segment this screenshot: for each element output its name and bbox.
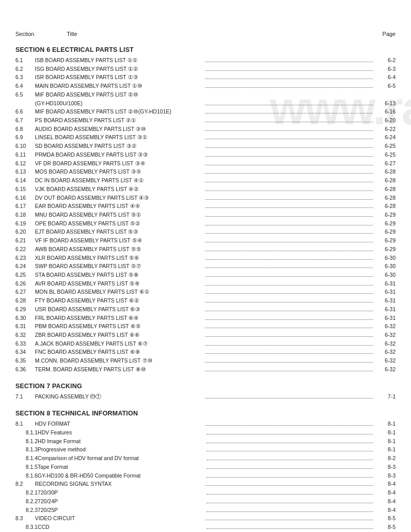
toc-entry: 7.1PACKING ASSEMBLY ⓜ①7-1 [15, 393, 396, 401]
toc-title: HD Image Format [38, 438, 204, 445]
toc-entry: 8.1.5Tape Format8-3 [15, 463, 396, 471]
toc-entry: 8.2.3720/25P8-4 [15, 506, 396, 514]
toc-page: 8-1 [375, 429, 396, 436]
toc-num: 6.27 [15, 288, 35, 296]
toc-num: 6.8 [15, 125, 35, 133]
toc-page: 6-24 [375, 134, 396, 141]
toc-page: 6-32 [375, 331, 396, 339]
toc-num: 6.28 [15, 297, 35, 305]
toc-title: FRL BOARD ASSEMBLY PARTS LIST ⑥④ [35, 314, 203, 322]
toc-page: 6-27 [375, 160, 396, 167]
toc-entry: 6.8AUDIO BOARD ASSEMBLY PARTS LIST ③⑩6-2… [15, 125, 396, 133]
toc-entry: 6.33A.JACK BOARD ASSEMBLY PARTS LIST ⑥⑦6… [15, 340, 396, 348]
toc-entry: 6.13MOS BOARD ASSEMBLY PARTS LIST ③⑤6-28 [15, 168, 396, 176]
toc-title: SD BOARD ASSEMBLY PARTS LIST ③② [35, 142, 203, 150]
toc-entry: 6.14DC IN BOARD ASSEMBLY PARTS LIST ④①6-… [15, 177, 396, 184]
toc-title: MIF BOARD ASSEMBLY PARTS LIST ②⑩(GY-HD10… [35, 108, 203, 116]
toc-title: AWB BOARD ASSEMBLY PARTS LIST ⑤⑤ [35, 245, 203, 253]
toc-dots [205, 259, 373, 260]
toc-title: EAR BOARD ASSEMBLY PARTS LIST ④④ [35, 202, 203, 210]
toc-num: 6.35 [15, 357, 35, 365]
toc-dots [205, 70, 373, 71]
header-page: Page [382, 31, 396, 37]
toc-page: 6-25 [375, 151, 396, 159]
toc-entry: 8.1.3Progressive method8-1 [15, 446, 396, 453]
toc-entry: 8.1.6GY-HD100 & BR-HD50 Compatible Forma… [15, 472, 396, 480]
toc-title: VIDEO CIRCUIT [35, 515, 203, 522]
toc-num: 8.1.5 [15, 463, 38, 471]
toc-num: 8.1.2 [15, 438, 38, 445]
toc-dots [207, 511, 373, 512]
toc-page: 6-22 [375, 125, 396, 133]
toc-entry: 8.3VIDEO CIRCUIT8-5 [15, 515, 396, 522]
toc-dots [205, 147, 373, 148]
toc-title: MAIN BOARD ASSEMBLY PARTS LIST ①⑩ [35, 82, 203, 90]
toc-title: HDV Features [38, 429, 204, 436]
toc-title: OPE BOARD ASSEMBLY PARTS LIST ⑤② [35, 220, 203, 227]
toc-num: 6.2 [15, 65, 35, 73]
toc-title: TERM. BOARD ASSEMBLY PARTS LIST ⑧⑩ [35, 366, 203, 373]
toc-num: 6.11 [15, 151, 35, 159]
toc-entry: 6.5MIF BOARD ASSEMBLY PARTS LIST ②⑩ [15, 91, 396, 99]
toc-title: (GY-HD100U/100E) [35, 100, 203, 107]
toc-entry: 6.7PS BOARD ASSEMBLY PARTS LIST ②①6-20 [15, 117, 396, 124]
toc-entry: 6.32ZBR BOARD ASSEMBLY PARTS LIST ⑥⑥6-32 [15, 331, 396, 339]
toc-page: 6-29 [375, 245, 396, 253]
section-heading-section8: SECTION 8 TECHNICAL INFORMATION [15, 410, 396, 417]
toc-dots [205, 225, 373, 225]
toc-title: VF DR BOARD ASSEMBLY PARTS LIST ③④ [35, 160, 203, 167]
toc-entry: 8.1.4Comparison of HDV format and DV for… [15, 454, 396, 462]
toc-page: 8-3 [375, 463, 396, 471]
toc-num: 6.22 [15, 245, 35, 253]
toc-title: MNU BOARD ASSEMBLY PARTS LIST ⑤① [35, 211, 203, 219]
toc-page: 6-16 [375, 108, 396, 116]
toc-dots [205, 182, 373, 182]
toc-dots [205, 268, 373, 268]
toc-dots [205, 311, 373, 311]
toc-title: AUDIO BOARD ASSEMBLY PARTS LIST ③⑩ [35, 125, 203, 133]
toc-num: 6.16 [15, 194, 35, 202]
table-header: Section Title Page [15, 31, 396, 37]
toc-page: 8-5 [375, 523, 396, 531]
toc-entry: 6.16DV OUT BOARD ASSEMBLY PARTS LIST ④③6… [15, 194, 396, 202]
toc-container: SECTION 6 ELECTRICAL PARTS LIST6.1ISB BO… [15, 46, 396, 532]
toc-entry: 6.15VJK BOARD ASSEMBLY PARTS LIST ④②6-28 [15, 185, 396, 193]
toc-dots [207, 434, 373, 434]
toc-page: 6-20 [375, 117, 396, 124]
toc-entry: 6.11PRMDA BOARD ASSEMBLY PARTS LIST ③③6-… [15, 151, 396, 159]
toc-num: 7.1 [15, 393, 35, 401]
toc-dots [205, 293, 373, 294]
toc-title: DV OUT BOARD ASSEMBLY PARTS LIST ④③ [35, 194, 203, 202]
toc-title: ZBR BOARD ASSEMBLY PARTS LIST ⑥⑥ [35, 331, 203, 339]
toc-entry: 6.20EJT BOARD ASSEMBLY PARTS LIST ⑤③6-29 [15, 228, 396, 236]
toc-dots [205, 139, 373, 139]
toc-num: 6.10 [15, 142, 35, 150]
toc-title: DC IN BOARD ASSEMBLY PARTS LIST ④① [35, 177, 203, 184]
toc-entry: 6.28FTY BOARD ASSEMBLY PARTS LIST ⑥②6-31 [15, 297, 396, 305]
toc-num: 6.13 [15, 168, 35, 176]
toc-entry: 8.1.1HDV Features8-1 [15, 429, 396, 436]
toc-page: 8-4 [375, 480, 396, 488]
toc-entry: 6.35M.CONN. BOARD ASSEMBLY PARTS LIST ⑦⑩… [15, 357, 396, 365]
toc-entry: 6.12VF DR BOARD ASSEMBLY PARTS LIST ③④6-… [15, 160, 396, 167]
section-heading-section7: SECTION 7 PACKING [15, 383, 396, 390]
toc-entry: 6.21VF IF BOARD ASSEMBLY PARTS LIST ⑤④6-… [15, 237, 396, 244]
toc-entry: 6.29USR BOARD ASSEMBLY PARTS LIST ⑥③6-31 [15, 306, 396, 313]
toc-dots [207, 451, 373, 451]
toc-dots [205, 173, 373, 174]
toc-num: 8.1.6 [15, 472, 38, 480]
toc-dots [207, 477, 373, 478]
toc-title: PS BOARD ASSEMBLY PARTS LIST ②① [35, 117, 203, 124]
toc-num: 6.5 [15, 91, 35, 99]
toc-entry: 6.26AVR BOARD ASSEMBLY PARTS LIST ⑤⑨6-31 [15, 280, 396, 288]
toc-dots [205, 425, 373, 426]
toc-num: 8.3 [15, 515, 35, 522]
toc-dots [205, 62, 373, 62]
toc-num: 8.1.4 [15, 454, 38, 462]
toc-title: AVR BOARD ASSEMBLY PARTS LIST ⑤⑨ [35, 280, 203, 288]
toc-title: USR BOARD ASSEMBLY PARTS LIST ⑥③ [35, 306, 203, 313]
toc-dots [205, 199, 373, 200]
toc-title: LINSEL BOARD ASSEMBLY PARTS LIST ③① [35, 134, 203, 141]
toc-num: 6.33 [15, 340, 35, 348]
toc-title: 720/24P [38, 498, 204, 505]
